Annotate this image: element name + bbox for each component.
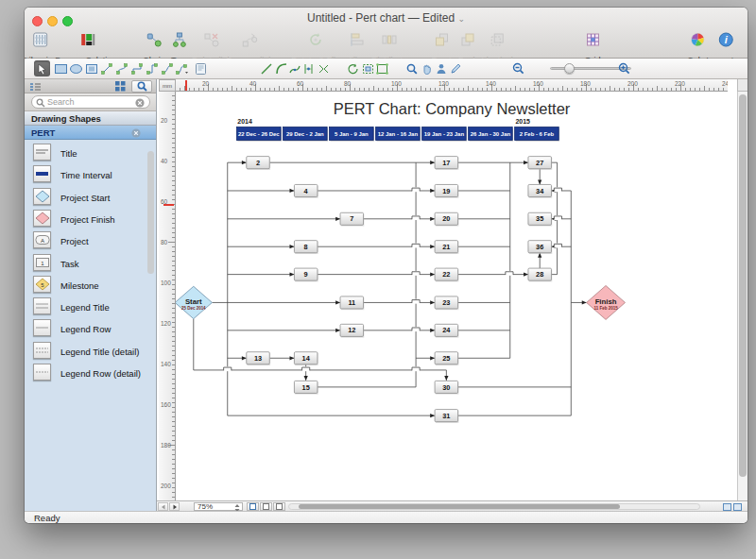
shape-label: Time Interval	[60, 170, 112, 180]
shape-item-title[interactable]: Title	[25, 142, 156, 163]
page-next-button[interactable]	[169, 502, 180, 511]
finish-node[interactable]: Finish11 Feb 2015	[587, 285, 626, 319]
task-node-31[interactable]: 31	[435, 410, 458, 423]
page-tools-icon[interactable]	[721, 502, 744, 511]
close-library-icon[interactable]	[131, 128, 141, 138]
time-interval[interactable]: 19 Jan - 23 Jan	[422, 127, 467, 142]
tool-conn6-button[interactable]	[174, 60, 190, 76]
time-interval[interactable]: 2 Feb - 6 Feb	[515, 127, 559, 142]
shape-item-legend-title[interactable]: Legend Title	[25, 296, 156, 317]
task-node-8[interactable]: 8	[294, 241, 318, 254]
tool-rot1-button[interactable]	[345, 60, 361, 76]
tool-conn-button[interactable]	[98, 60, 114, 76]
drawing-shapes-header[interactable]: Drawing Shapes	[25, 111, 156, 126]
tool-conn5-button[interactable]	[159, 60, 175, 76]
svg-text:24: 24	[442, 326, 451, 334]
shape-item-project-start[interactable]: Project Start	[25, 186, 156, 208]
task-node-24[interactable]: 24	[435, 324, 458, 337]
svg-text:2 Feb - 6 Feb: 2 Feb - 6 Feb	[520, 131, 555, 137]
title-chevron-icon[interactable]: ⌄	[457, 14, 465, 24]
time-interval[interactable]: 22 Dec - 26 Dec	[237, 127, 282, 142]
shape-item-legend-title-detail-[interactable]: Legend Title (detail)	[25, 340, 156, 362]
tool-conn4-button[interactable]	[144, 60, 160, 76]
task-node-35[interactable]: 35	[528, 212, 552, 226]
time-interval[interactable]: 29 Dec - 2 Jan	[284, 127, 328, 142]
pert-library-header[interactable]: PERT	[25, 126, 156, 140]
task-node-7[interactable]: 7	[340, 212, 364, 226]
zoom-level-field[interactable]: 75%	[194, 502, 243, 511]
task-node-14[interactable]: 14	[294, 352, 318, 365]
tool-ellipse-button[interactable]	[68, 60, 84, 76]
tool-magplus-button[interactable]	[616, 60, 632, 76]
zoom-slider-knob[interactable]	[564, 63, 575, 74]
task-node-2[interactable]: 2	[247, 157, 270, 170]
time-interval[interactable]: 5 Jan - 9 Jan	[330, 127, 374, 142]
task-node-9[interactable]: 9	[294, 268, 318, 281]
shape-item-legend-row-detail-[interactable]: Legend Row (detail)	[25, 362, 156, 383]
svg-text:31: 31	[442, 412, 450, 420]
search-input[interactable]	[31, 95, 150, 109]
drawing-canvas[interactable]: PERT Chart: Company Newsletter 201420152…	[176, 92, 728, 500]
clear-search-icon[interactable]	[135, 98, 145, 108]
svg-text:30: 30	[442, 383, 450, 392]
shape-item-milestone[interactable]: 5Milestone	[25, 274, 156, 296]
year-label: 2015	[515, 118, 530, 125]
time-interval[interactable]: 12 Jan - 16 Jan	[376, 127, 421, 142]
shape-list: TitleTime IntervalProject StartProject F…	[25, 140, 156, 511]
task-node-23[interactable]: 23	[435, 296, 458, 310]
task-node-17[interactable]: 17	[435, 157, 458, 170]
grid-view-icon[interactable]	[112, 80, 129, 93]
start-node[interactable]: Start25 Dec 2014	[176, 286, 212, 318]
tool-conn3-button[interactable]	[129, 60, 145, 76]
task-node-30[interactable]: 30	[435, 381, 458, 394]
tool-magminus-button[interactable]	[510, 60, 526, 76]
tool-doc-button[interactable]	[193, 60, 209, 76]
tool-pencil-button[interactable]	[447, 60, 463, 76]
tool-brak2-button[interactable]	[316, 60, 332, 76]
tool-line-button[interactable]	[258, 60, 274, 76]
task-node-15[interactable]: 15	[294, 381, 318, 394]
library-list-icon[interactable]	[26, 80, 43, 93]
task-node-36[interactable]: 36	[528, 241, 552, 254]
task-node-19[interactable]: 19	[435, 184, 458, 197]
tool-mag-button[interactable]	[404, 60, 420, 76]
view-mode-2-button[interactable]	[260, 502, 272, 511]
sidebar-scrollbar[interactable]	[147, 151, 154, 274]
task-node-20[interactable]: 20	[435, 212, 458, 226]
view-mode-1-button[interactable]	[247, 502, 259, 511]
shape-item-time-interval[interactable]: Time Interval	[25, 163, 156, 185]
tool-conn2-button[interactable]	[113, 60, 129, 76]
task-node-34[interactable]: 34	[528, 184, 552, 197]
search-mode-icon[interactable]	[131, 80, 152, 93]
view-mode-3-button[interactable]	[273, 502, 285, 511]
tool-select-button[interactable]	[34, 60, 50, 76]
tool-rect-button[interactable]	[53, 60, 69, 76]
time-interval[interactable]: 26 Jan - 30 Jan	[469, 127, 513, 142]
vertical-scrollbar-thumb[interactable]	[739, 94, 747, 477]
task-node-27[interactable]: 27	[528, 157, 552, 170]
shape-item-legend-row[interactable]: Legend Row	[25, 317, 156, 339]
tree-icon	[171, 32, 188, 49]
shape-item-project-finish[interactable]: Project Finish	[25, 208, 156, 229]
task-node-25[interactable]: 25	[435, 352, 458, 365]
svg-text:23: 23	[442, 298, 450, 307]
tool-frame-button[interactable]	[83, 60, 99, 76]
task-node-4[interactable]: 4	[294, 184, 318, 197]
svg-text:22: 22	[442, 270, 450, 279]
vertical-scrollbar[interactable]	[737, 92, 747, 500]
task-node-12[interactable]: 12	[340, 324, 364, 337]
horizontal-scrollbar-thumb[interactable]	[299, 504, 620, 509]
page-prev-button[interactable]	[158, 502, 168, 511]
svg-text:14: 14	[302, 354, 311, 363]
shape-item-task[interactable]: 1Task	[25, 252, 156, 274]
task-node-11[interactable]: 11	[340, 296, 364, 310]
shape-item-project[interactable]: AProject	[25, 229, 156, 251]
tool-rot3-button[interactable]	[374, 60, 390, 76]
arrowhead	[335, 329, 340, 332]
tool-brak1-button[interactable]	[301, 60, 317, 76]
horizontal-scrollbar[interactable]	[288, 503, 700, 510]
task-node-13[interactable]: 13	[247, 352, 270, 365]
task-node-22[interactable]: 22	[435, 268, 458, 281]
task-node-28[interactable]: 28	[528, 268, 552, 281]
task-node-21[interactable]: 21	[435, 241, 458, 254]
